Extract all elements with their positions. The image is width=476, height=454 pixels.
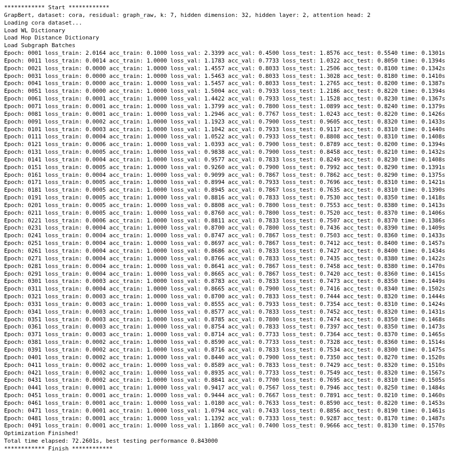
epoch-line: Epoch: 0271 loss_train: 0.0004 acc_train… <box>4 255 472 263</box>
epoch-line: Epoch: 0101 loss_train: 0.0003 acc_train… <box>4 126 472 134</box>
optimization-finished-line: Optimization Finished! <box>4 430 472 438</box>
epoch-line: Epoch: 0301 loss_train: 0.0003 acc_train… <box>4 278 472 285</box>
finish-line: ************ Finish ************ <box>4 445 472 453</box>
epoch-line: Epoch: 0261 loss_train: 0.0004 acc_train… <box>4 247 472 255</box>
epoch-line: Epoch: 0031 loss_train: 0.0000 acc_train… <box>4 73 472 80</box>
epoch-line: Epoch: 0201 loss_train: 0.0005 acc_train… <box>4 202 472 210</box>
epoch-line: Epoch: 0411 loss_train: 0.0002 acc_train… <box>4 362 472 369</box>
terminal-output: ************ Start ************GrapBert,… <box>4 4 472 453</box>
epoch-line: Epoch: 0171 loss_train: 0.0005 acc_train… <box>4 179 472 187</box>
epoch-line: Epoch: 0151 loss_train: 0.0005 acc_train… <box>4 164 472 172</box>
epoch-line: Epoch: 0461 loss_train: 0.0001 acc_train… <box>4 400 472 407</box>
epoch-line: Epoch: 0431 loss_train: 0.0002 acc_train… <box>4 377 472 384</box>
epoch-line: Epoch: 0241 loss_train: 0.0004 acc_train… <box>4 232 472 240</box>
epoch-line: Epoch: 0441 loss_train: 0.0001 acc_train… <box>4 384 472 392</box>
epoch-line: Epoch: 0481 loss_train: 0.0001 acc_train… <box>4 415 472 423</box>
epoch-line: Epoch: 0131 loss_train: 0.0005 acc_train… <box>4 149 472 156</box>
start-line: ************ Start ************ <box>4 4 472 12</box>
epoch-line: Epoch: 0111 loss_train: 0.0004 acc_train… <box>4 133 472 141</box>
epoch-line: Epoch: 0021 loss_train: 0.0000 acc_train… <box>4 65 472 73</box>
load-wl-line: Load WL Dictionary <box>4 27 472 35</box>
loading-line: Loading cora dataset... <box>4 19 472 27</box>
total-time-line: Total time elapsed: 72.2601s, best testi… <box>4 438 472 445</box>
config-line: GrapBert, dataset: cora, residual: graph… <box>4 12 472 19</box>
epoch-line: Epoch: 0351 loss_train: 0.0003 acc_train… <box>4 316 472 324</box>
epoch-line: Epoch: 0341 loss_train: 0.0003 acc_train… <box>4 308 472 316</box>
epoch-line: Epoch: 0211 loss_train: 0.0005 acc_train… <box>4 210 472 217</box>
load-hop-line: Load Hop Distance Dictionary <box>4 34 472 42</box>
epoch-line: Epoch: 0421 loss_train: 0.0002 acc_train… <box>4 369 472 377</box>
epoch-line: Epoch: 0331 loss_train: 0.0003 acc_train… <box>4 301 472 308</box>
load-subgraph-line: Load Subgraph Batches <box>4 42 472 50</box>
epoch-line: Epoch: 0291 loss_train: 0.0004 acc_train… <box>4 271 472 278</box>
epoch-line: Epoch: 0181 loss_train: 0.0005 acc_train… <box>4 187 472 194</box>
epoch-line: Epoch: 0451 loss_train: 0.0001 acc_train… <box>4 392 472 400</box>
epoch-line: Epoch: 0061 loss_train: 0.0001 acc_train… <box>4 95 472 103</box>
epoch-line: Epoch: 0011 loss_train: 0.0014 acc_train… <box>4 57 472 65</box>
epoch-line: Epoch: 0311 loss_train: 0.0004 acc_train… <box>4 285 472 293</box>
epoch-line: Epoch: 0371 loss_train: 0.0003 acc_train… <box>4 331 472 339</box>
epoch-line: Epoch: 0191 loss_train: 0.0005 acc_train… <box>4 194 472 202</box>
epoch-line: Epoch: 0121 loss_train: 0.0006 acc_train… <box>4 141 472 149</box>
epoch-line: Epoch: 0401 loss_train: 0.0002 acc_train… <box>4 354 472 362</box>
epoch-line: Epoch: 0361 loss_train: 0.0003 acc_train… <box>4 323 472 331</box>
epoch-line: Epoch: 0471 loss_train: 0.0001 acc_train… <box>4 407 472 415</box>
epoch-line: Epoch: 0051 loss_train: 0.0000 acc_train… <box>4 88 472 95</box>
epoch-line: Epoch: 0231 loss_train: 0.0004 acc_train… <box>4 224 472 232</box>
epoch-line: Epoch: 0251 loss_train: 0.0004 acc_train… <box>4 240 472 247</box>
epoch-line: Epoch: 0071 loss_train: 0.0001 acc_train… <box>4 103 472 111</box>
epoch-line: Epoch: 0161 loss_train: 0.0004 acc_train… <box>4 172 472 179</box>
epoch-line: Epoch: 0381 loss_train: 0.0002 acc_train… <box>4 339 472 346</box>
epoch-line: Epoch: 0321 loss_train: 0.0003 acc_train… <box>4 293 472 301</box>
epoch-line: Epoch: 0141 loss_train: 0.0004 acc_train… <box>4 156 472 164</box>
epoch-line: Epoch: 0081 loss_train: 0.0001 acc_train… <box>4 111 472 118</box>
epoch-line: Epoch: 0281 loss_train: 0.0004 acc_train… <box>4 263 472 271</box>
epoch-line: Epoch: 0001 loss_train: 2.0164 acc_train… <box>4 50 472 57</box>
epoch-line: Epoch: 0391 loss_train: 0.0002 acc_train… <box>4 346 472 354</box>
epoch-line: Epoch: 0091 loss_train: 0.0002 acc_train… <box>4 118 472 126</box>
epoch-line: Epoch: 0041 loss_train: 0.0000 acc_train… <box>4 80 472 88</box>
epoch-line: Epoch: 0221 loss_train: 0.0006 acc_train… <box>4 217 472 225</box>
epoch-line: Epoch: 0491 loss_train: 0.0001 acc_train… <box>4 422 472 430</box>
